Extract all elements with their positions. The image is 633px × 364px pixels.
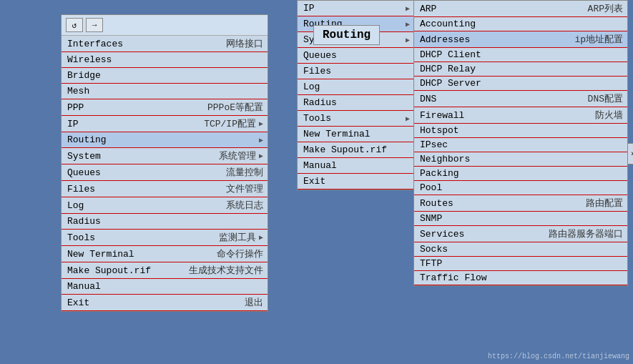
third-menu-item-firewall[interactable]: Firewall 防火墙 (414, 107, 627, 124)
menu-item-ip[interactable]: IP TCP/IP配置 ▶ (62, 116, 268, 132)
second-menu-item-new-terminal[interactable]: New Terminal (298, 127, 414, 142)
third-menu-label-dns: DNS (420, 94, 582, 104)
third-menu-label-routes: Routes (420, 198, 580, 209)
menu-arrow-ip: ▶ (259, 119, 263, 128)
menu-arrow-tools: ▶ (259, 233, 263, 242)
third-menu-annotation-addresses: ip地址配置 (574, 33, 623, 46)
third-menu-item-snmp[interactable]: SNMP (414, 212, 627, 226)
menu-item-system[interactable]: System 系统管理 ▶ (62, 148, 268, 164)
third-menu-item-accounting[interactable]: Accounting (414, 17, 627, 31)
menu-label-tools: Tools (67, 232, 213, 243)
menu-label-files: Files (67, 184, 220, 195)
menu-annotation-tools: 监测工具 (219, 231, 256, 244)
menu-annotation-log: 系统日志 (226, 199, 263, 212)
menu-label-routing: Routing (67, 134, 256, 145)
third-menu-item-neighbors[interactable]: Neighbors (414, 152, 627, 167)
routing-heading: Routing (313, 25, 380, 45)
menu-annotation-system: 系统管理 (219, 149, 256, 162)
menu-annotation-files: 文件管理 (226, 182, 263, 195)
menu-label-new-terminal: New Terminal (67, 249, 211, 260)
menu-item-wireless[interactable]: Wireless (62, 52, 268, 68)
menu-item-routing[interactable]: Routing ▶ (62, 132, 268, 148)
second-menu-item-radius[interactable]: Radius (298, 95, 414, 111)
third-menu-item-addresses[interactable]: Addresses ip地址配置 (414, 31, 627, 48)
third-menu-item-arp[interactable]: ARP ARP列表 (414, 1, 627, 17)
menu-label-wireless: Wireless (67, 54, 263, 65)
menu-annotation-exit: 退出 (245, 296, 263, 309)
menu-label-make-supout: Make Supout.rif (67, 265, 183, 276)
third-menu-label-arp: ARP (420, 4, 582, 14)
menu-item-make-supout[interactable]: Make Supout.rif 生成技术支持文件 (62, 262, 268, 279)
scroll-right-indicator[interactable]: › (627, 143, 633, 164)
menu-annotation-ppp: PPPoE等配置 (207, 101, 263, 114)
second-menu-item-log[interactable]: Log (298, 79, 414, 95)
menu-item-radius[interactable]: Radius (62, 214, 268, 230)
second-menu-item-manual[interactable]: Manual (298, 158, 414, 174)
second-menu-item-queues[interactable]: Queues (298, 48, 414, 64)
third-menu-item-dns[interactable]: DNS DNS配置 (414, 91, 627, 107)
menu-item-interfaces[interactable]: Interfaces 网络接口 (62, 36, 268, 52)
third-menu-item-tftp[interactable]: TFTP (414, 257, 627, 271)
third-menu-label-dhcp-server: DHCP Server (420, 78, 623, 89)
second-menu-label-manual: Manual (303, 160, 410, 171)
second-menu-arrow-routing: ▶ (406, 20, 410, 29)
watermark: https://blog.csdn.net/tianjiewang (488, 353, 629, 360)
third-menu-annotation-arp: ARP列表 (588, 2, 623, 15)
third-menu-item-services[interactable]: Services 路由器服务器端口 (414, 226, 627, 242)
third-menu-label-firewall: Firewall (420, 110, 589, 121)
menu-label-bridge: Bridge (67, 70, 263, 81)
menu-label-ppp: PPP (67, 102, 202, 113)
menu-item-bridge[interactable]: Bridge (62, 68, 268, 84)
menu-item-exit[interactable]: Exit 退出 (62, 295, 268, 311)
third-menu-item-pool[interactable]: Pool (414, 181, 627, 195)
third-menu-label-addresses: Addresses (420, 34, 569, 45)
menu-item-files[interactable]: Files 文件管理 (62, 181, 268, 197)
menu-item-manual[interactable]: Manual (62, 279, 268, 295)
third-menu-label-socks: Socks (420, 244, 623, 255)
second-menu-item-files[interactable]: Files (298, 64, 414, 79)
third-menu-item-traffic-flow[interactable]: Traffic Flow (414, 271, 627, 285)
routing-title: Routing (323, 29, 371, 41)
third-menu-label-packing: Packing (420, 168, 623, 179)
third-menu-annotation-dns: DNS配置 (588, 92, 623, 105)
third-menu-item-dhcp-client[interactable]: DHCP Client (414, 48, 627, 62)
third-menu-label-traffic-flow: Traffic Flow (420, 272, 623, 283)
third-menu-list: ARP ARP列表 Accounting Addresses ip地址配置 DH… (414, 1, 627, 285)
menu-item-tools[interactable]: Tools 监测工具 ▶ (62, 230, 268, 246)
second-menu-item-make-supout[interactable]: Make Supout.rif (298, 142, 414, 158)
third-menu-label-snmp: SNMP (420, 213, 623, 224)
second-menu-item-tools[interactable]: Tools ▶ (298, 111, 414, 127)
third-menu-item-routes[interactable]: Routes 路由配置 (414, 195, 627, 212)
menu-label-system: System (67, 151, 213, 162)
second-menu-item-exit[interactable]: Exit (298, 174, 414, 190)
third-menu-label-dhcp-client: DHCP Client (420, 49, 623, 60)
menu-arrow-system: ▶ (259, 152, 263, 160)
second-menu-item-ip[interactable]: IP ▶ (298, 1, 414, 16)
second-menu-label-files: Files (303, 66, 410, 77)
menu-label-ip: IP (67, 119, 198, 129)
third-menu-label-dhcp-relay: DHCP Relay (420, 64, 623, 74)
third-menu-label-hotspot: Hotspot (420, 125, 623, 136)
third-menu-item-hotspot[interactable]: Hotspot (414, 124, 627, 138)
third-menu-annotation-firewall: 防火墙 (595, 109, 623, 122)
menu-item-queues[interactable]: Queues 流量控制 (62, 164, 268, 181)
third-menu-item-ipsec[interactable]: IPsec (414, 138, 627, 152)
third-menu-item-dhcp-relay[interactable]: DHCP Relay (414, 62, 627, 77)
menu-label-queues: Queues (67, 167, 220, 178)
menu-item-mesh[interactable]: Mesh (62, 84, 268, 99)
third-menu-item-socks[interactable]: Socks (414, 242, 627, 257)
redo-button[interactable]: → (86, 18, 103, 32)
menu-item-log[interactable]: Log 系统日志 (62, 197, 268, 214)
undo-button[interactable]: ↺ (66, 18, 83, 32)
menu-label-manual: Manual (67, 281, 263, 292)
third-menu-label-ipsec: IPsec (420, 139, 623, 150)
menu-label-exit: Exit (67, 297, 239, 308)
second-menu-arrow-tools: ▶ (406, 114, 410, 123)
third-menu-item-packing[interactable]: Packing (414, 167, 627, 181)
menu-annotation-ip: TCP/IP配置 (204, 117, 256, 130)
third-menu-item-dhcp-server[interactable]: DHCP Server (414, 77, 627, 91)
second-menu-label-ip: IP (303, 3, 403, 14)
menu-item-new-terminal[interactable]: New Terminal 命令行操作 (62, 246, 268, 262)
menu-item-ppp[interactable]: PPP PPPoE等配置 (62, 99, 268, 116)
second-menu-label-queues: Queues (303, 50, 410, 61)
